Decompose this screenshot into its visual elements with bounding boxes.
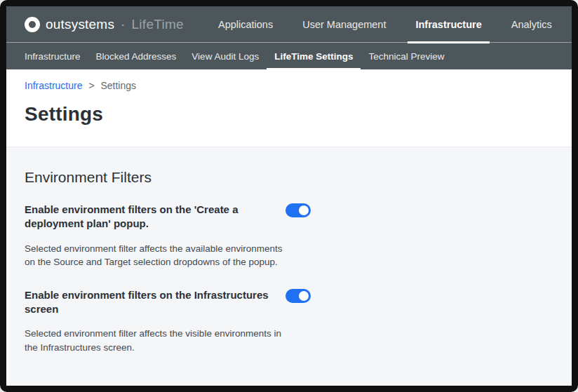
setting-description: Selected environment filter affects the …: [25, 327, 295, 354]
setting-label: Enable environment filters on the 'Creat…: [25, 203, 277, 231]
subnav-technical-preview[interactable]: Technical Preview: [361, 43, 452, 69]
breadcrumb-separator: >: [88, 80, 94, 91]
toggle-infrastructures-screen[interactable]: [285, 289, 311, 303]
nav-user-management[interactable]: User Management: [288, 6, 401, 42]
breadcrumb-link-infrastructure[interactable]: Infrastructure: [25, 80, 82, 91]
brand: outsystems · LifeTime: [25, 6, 184, 42]
nav-applications[interactable]: Applications: [203, 6, 288, 42]
subnav-lifetime-settings[interactable]: LifeTime Settings: [267, 43, 361, 69]
toggle-knob: [299, 291, 309, 301]
setting-row: Enable environment filters on the Infras…: [25, 288, 311, 317]
page-title: Settings: [25, 103, 553, 126]
setting-infrastructures-screen: Enable environment filters on the Infras…: [25, 288, 553, 355]
top-navbar: outsystems · LifeTime Applications User …: [6, 6, 572, 43]
setting-row: Enable environment filters on the 'Creat…: [25, 203, 311, 231]
brand-separator: ·: [121, 17, 125, 32]
section-heading-environment-filters: Environment Filters: [25, 169, 553, 186]
setting-description: Selected environment filter affects the …: [25, 242, 295, 269]
setting-deployment-plan-popup: Enable environment filters on the 'Creat…: [25, 203, 553, 269]
subnav-view-audit-logs[interactable]: View Audit Logs: [184, 43, 267, 69]
outsystems-logo-icon: [25, 17, 40, 32]
subnav-infrastructure[interactable]: Infrastructure: [25, 43, 88, 69]
page-header: Infrastructure > Settings Settings: [6, 69, 572, 147]
setting-label: Enable environment filters on the Infras…: [25, 288, 277, 317]
brand-product: LifeTime: [131, 17, 184, 32]
brand-name: outsystems: [46, 17, 114, 32]
nav-infrastructure[interactable]: Infrastructure: [401, 6, 496, 42]
main-nav: Applications User Management Infrastruct…: [203, 6, 578, 42]
breadcrumb: Infrastructure > Settings: [25, 80, 553, 91]
nav-analytics[interactable]: Analytics: [497, 6, 567, 42]
toggle-knob: [299, 205, 309, 215]
settings-content: Environment Filters Enable environment f…: [6, 147, 572, 386]
nav-plugins[interactable]: Plugins: [567, 6, 578, 42]
sub-navbar: Infrastructure Blocked Addresses View Au…: [6, 43, 572, 69]
screenshot-frame: outsystems · LifeTime Applications User …: [0, 0, 578, 392]
breadcrumb-current: Settings: [100, 80, 136, 91]
subnav-blocked-addresses[interactable]: Blocked Addresses: [88, 43, 184, 69]
toggle-deployment-plan-popup[interactable]: [285, 203, 311, 217]
